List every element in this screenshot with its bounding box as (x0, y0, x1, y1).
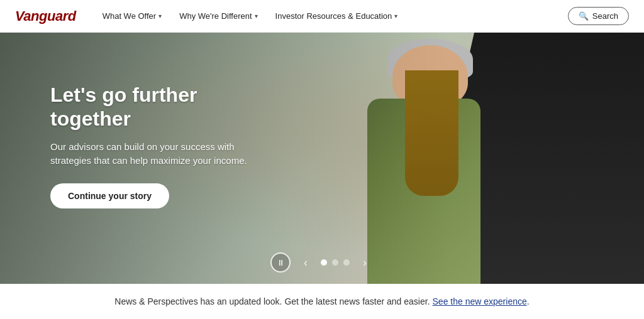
search-button[interactable]: 🔍 Search (568, 7, 629, 25)
hero-subtitle: Our advisors can build on your success w… (50, 140, 277, 168)
carousel-dot-2[interactable] (332, 259, 338, 266)
carousel-controls: ⏸ ‹ › (270, 252, 374, 273)
chevron-down-icon: ▾ (158, 13, 162, 19)
hero-content: Let's go further together Our advisors c… (50, 83, 277, 208)
carousel-dot-1[interactable] (321, 259, 327, 266)
search-icon: 🔍 (579, 11, 589, 21)
search-label: Search (592, 11, 618, 21)
footer-suffix: . (527, 296, 530, 306)
chevron-down-icon: ▾ (255, 13, 258, 19)
cta-button[interactable]: Continue your story (50, 183, 169, 208)
nav-label: Why We're Different (179, 11, 252, 21)
nav-label: What We Offer (103, 11, 157, 21)
footer-bar: News & Perspectives has an updated look.… (0, 284, 644, 319)
carousel-dot-3[interactable] (343, 259, 350, 266)
pause-button[interactable]: ⏸ (270, 252, 291, 273)
next-arrow[interactable]: › (356, 254, 374, 271)
chevron-down-icon: ▾ (394, 13, 397, 19)
brand-logo[interactable]: Vanguard (15, 8, 76, 24)
nav-label: Investor Resources & Education (275, 11, 392, 21)
footer-text: News & Perspectives has an updated look.… (114, 296, 430, 306)
nav-item-why-different[interactable]: Why We're Different ▾ (170, 0, 266, 33)
prev-arrow[interactable]: ‹ (297, 254, 314, 271)
person-hair (405, 70, 458, 196)
hero-title: Let's go further together (50, 83, 277, 131)
carousel-dots (321, 259, 350, 266)
nav-item-investor-resources[interactable]: Investor Resources & Education ▾ (267, 0, 407, 33)
navbar: Vanguard What We Offer ▾ Why We're Diffe… (0, 0, 644, 33)
nav-item-what-we-offer[interactable]: What We Offer ▾ (94, 0, 171, 33)
nav-links: What We Offer ▾ Why We're Different ▾ In… (94, 0, 568, 33)
hero-section: Let's go further together Our advisors c… (0, 33, 644, 284)
footer-link[interactable]: See the new experience (433, 296, 527, 306)
